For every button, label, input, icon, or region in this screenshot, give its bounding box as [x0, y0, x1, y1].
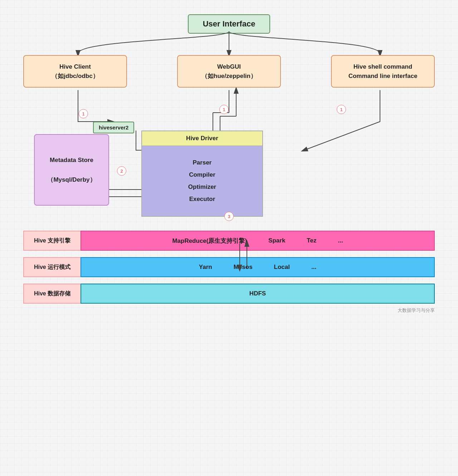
- hive-driver-optimizer: Optimizer: [188, 183, 216, 190]
- hive-driver-label: Hive Driver: [186, 135, 218, 142]
- webgui-box: WebGUI（如hue/zeppelin）: [177, 55, 281, 88]
- webgui-label: WebGUI（如hue/zeppelin）: [201, 63, 257, 79]
- storage-hdfs: HDFS: [249, 290, 266, 297]
- runtime-more: ...: [311, 264, 316, 271]
- engine-row: Hive 支持引擎 MapReduce(原生支持引擎) Spark Tez ..…: [23, 231, 435, 251]
- circle-1-right: 1: [337, 105, 346, 114]
- runtime-local: Local: [274, 264, 290, 271]
- engine-mapreduce: MapReduce(原生支持引擎): [172, 237, 247, 245]
- storage-row: Hive 数据存储 HDFS: [23, 284, 435, 304]
- hive-driver-executor: Executor: [189, 196, 215, 202]
- runtime-row: Hive 运行模式 Yarn Mesos Local ...: [23, 257, 435, 277]
- hive-driver-parser: Parser: [193, 159, 212, 166]
- hiveserver2-label: hiveserver2: [99, 124, 128, 131]
- hive-shell-label: Hive shell commandCommand line interface: [349, 63, 418, 79]
- circle-2: 2: [117, 166, 126, 176]
- engine-content: MapReduce(原生支持引擎) Spark Tez ...: [81, 231, 435, 251]
- metadata-store-label: Metadata Store（Mysql/Derby）: [42, 155, 101, 185]
- runtime-mesos: Mesos: [234, 264, 253, 271]
- user-interface-label: User Interface: [203, 19, 255, 28]
- runtime-label: Hive 运行模式: [23, 257, 81, 277]
- hive-driver-top: Hive Driver: [141, 131, 263, 146]
- hive-driver-compiler: Compiler: [189, 171, 215, 178]
- engine-spark: Spark: [268, 237, 285, 244]
- metadata-store-box: Metadata Store（Mysql/Derby）: [34, 134, 109, 206]
- user-interface-box: User Interface: [188, 14, 271, 34]
- engine-tez: Tez: [307, 237, 316, 244]
- runtime-content: Yarn Mesos Local ...: [81, 257, 435, 277]
- storage-content: HDFS: [81, 284, 435, 304]
- engine-more: ...: [338, 237, 343, 244]
- circle-1-left: 1: [79, 109, 88, 118]
- bottom-tables: Hive 支持引擎 MapReduce(原生支持引擎) Spark Tez ..…: [23, 231, 435, 304]
- runtime-yarn: Yarn: [199, 264, 212, 271]
- hiveserver2-box: hiveserver2: [93, 122, 134, 133]
- circle-3: 3: [224, 212, 234, 221]
- circle-1-center: 1: [219, 105, 229, 114]
- engine-label: Hive 支持引擎: [23, 231, 81, 251]
- watermark: 大数据学习与分享: [23, 307, 435, 314]
- storage-label: Hive 数据存储: [23, 284, 81, 304]
- hive-client-label: Hive Client（如jdbc/odbc）: [52, 63, 98, 79]
- hive-shell-box: Hive shell commandCommand line interface: [331, 55, 435, 88]
- hive-client-box: Hive Client（如jdbc/odbc）: [23, 55, 127, 88]
